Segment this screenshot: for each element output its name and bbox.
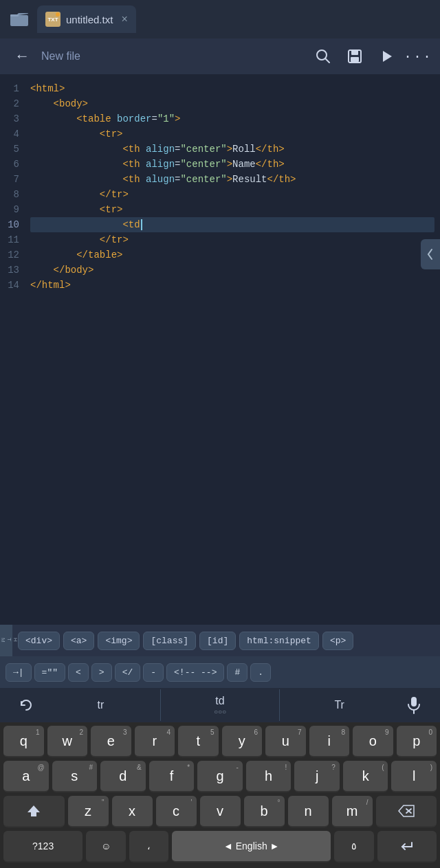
line-numbers: 1 2 3 4 5 6 7 8 9 10 11 12 13 14 — [0, 74, 25, 625]
chip-p[interactable]: <p> — [322, 632, 353, 650]
key-c[interactable]: 'c — [156, 796, 197, 827]
html-toggle-label: HTML — [0, 638, 19, 643]
key-n[interactable]: n — [288, 796, 329, 827]
keyboard-row-1: 1q 2w 3e 4r 5t 6y 7u 8i 9o 0p — [0, 722, 440, 757]
chip-img[interactable]: <img> — [98, 632, 140, 650]
svg-line-3 — [325, 58, 329, 63]
search-button[interactable] — [309, 43, 337, 70]
code-line-2: <body> — [30, 96, 434, 111]
key-s[interactable]: #s — [52, 761, 98, 792]
key-p[interactable]: 0p — [397, 726, 437, 757]
sym-eq-quote[interactable]: ="" — [34, 663, 65, 682]
sym-tab[interactable]: →| — [6, 663, 32, 682]
chip-html-snippet[interactable]: html:snippet — [239, 632, 319, 650]
sym-dash[interactable]: - — [143, 663, 164, 682]
keyboard-row-2: @a #s &d *f -g !h ?j (k )l — [0, 757, 440, 792]
toolbar-icons: ··· — [309, 43, 432, 70]
svg-marker-7 — [383, 51, 392, 62]
line-num-5: 5 — [14, 142, 19, 157]
scroll-handle[interactable] — [421, 239, 440, 269]
toolbar: ← New file ··· — [0, 38, 440, 74]
chip-class[interactable]: [class] — [143, 632, 196, 650]
key-z[interactable]: "z — [68, 796, 109, 827]
key-b[interactable]: °b — [244, 796, 285, 827]
key-h[interactable]: !h — [246, 761, 292, 792]
active-tab[interactable]: TXT untitled.txt × — [37, 5, 136, 33]
key-j[interactable]: ?j — [294, 761, 340, 792]
code-line-12: </table> — [30, 247, 434, 263]
microphone-button[interactable] — [399, 690, 429, 720]
sym-comment[interactable]: <!-- --> — [166, 663, 224, 682]
key-k[interactable]: (k — [343, 761, 388, 792]
key-period[interactable]: ٥ — [334, 831, 374, 863]
key-comma[interactable]: ، — [129, 831, 169, 863]
sym-lt[interactable]: < — [68, 663, 89, 682]
html-toggle[interactable]: HTML — [0, 625, 12, 656]
sym-gt[interactable]: > — [91, 663, 112, 682]
sym-hash[interactable]: # — [227, 663, 248, 682]
folder-button[interactable] — [6, 5, 33, 33]
autocomplete-td[interactable]: td ○○○ — [160, 689, 280, 721]
editor-area: 1 2 3 4 5 6 7 8 9 10 11 12 13 14 <html> … — [0, 74, 440, 625]
code-line-11: </tr> — [30, 232, 434, 247]
chip-div[interactable]: <div> — [18, 632, 60, 650]
keyboard-row-3: "z x 'c v °b n /m — [0, 792, 440, 827]
key-g[interactable]: -g — [197, 761, 243, 792]
key-r[interactable]: 4r — [135, 726, 175, 757]
key-t[interactable]: 5t — [178, 726, 219, 757]
snippet-bar: HTML <div> <a> <img> [class] [id] html:s… — [0, 625, 440, 656]
code-content[interactable]: <html> <body> <table border="1"> <tr> <t… — [25, 74, 440, 625]
chip-a[interactable]: <a> — [63, 632, 94, 650]
key-return[interactable] — [377, 831, 437, 863]
code-line-1: <html> — [30, 81, 434, 96]
svg-marker-10 — [28, 805, 40, 816]
svg-rect-1 — [10, 14, 19, 16]
key-y[interactable]: 6y — [222, 726, 263, 757]
tab-filename: untitled.txt — [66, 14, 113, 25]
line-num-7: 7 — [14, 172, 19, 187]
key-i[interactable]: 8i — [309, 726, 350, 757]
autocomplete-refresh[interactable] — [11, 690, 41, 720]
back-button[interactable]: ← — [8, 43, 36, 70]
snippet-chips: <div> <a> <img> [class] [id] html:snippe… — [18, 632, 353, 650]
key-u[interactable]: 7u — [265, 726, 306, 757]
autocomplete-tr-cap[interactable]: Tr — [280, 693, 399, 717]
new-file-label: New file — [41, 50, 304, 63]
key-o[interactable]: 9o — [353, 726, 393, 757]
svg-rect-8 — [411, 697, 417, 706]
svg-rect-5 — [351, 50, 358, 55]
line-num-12: 12 — [8, 247, 19, 263]
key-x[interactable]: x — [112, 796, 153, 827]
autocomplete-tr[interactable]: tr — [41, 693, 160, 717]
run-button[interactable] — [373, 43, 400, 70]
keyboard-row-bottom: ?123 ☺ ، ◄ English ► ٥ — [0, 827, 440, 868]
key-emoji[interactable]: ☺ — [86, 831, 126, 863]
key-w[interactable]: 2w — [47, 726, 88, 757]
save-button[interactable] — [341, 43, 368, 70]
key-numbers[interactable]: ?123 — [3, 831, 82, 863]
key-a[interactable]: @a — [3, 761, 49, 792]
code-line-14: </html> — [30, 278, 434, 293]
key-q[interactable]: 1q — [3, 726, 44, 757]
tab-file-icon: TXT — [45, 12, 60, 27]
key-m[interactable]: /m — [332, 796, 373, 827]
code-line-9: <tr> — [30, 202, 434, 217]
key-l[interactable]: )l — [391, 761, 437, 792]
key-space[interactable]: ◄ English ► — [172, 831, 330, 863]
key-e[interactable]: 3e — [91, 726, 131, 757]
chip-id[interactable]: [id] — [199, 632, 236, 650]
line-num-2: 2 — [14, 96, 19, 111]
key-f[interactable]: *f — [149, 761, 195, 792]
more-button[interactable]: ··· — [404, 43, 432, 70]
line-num-11: 11 — [8, 232, 19, 247]
tab-close-button[interactable]: × — [121, 13, 127, 25]
key-d[interactable]: &d — [100, 761, 146, 792]
key-shift[interactable] — [3, 796, 65, 827]
line-num-13: 13 — [8, 263, 19, 278]
sym-dot[interactable]: . — [250, 663, 271, 682]
sym-close-tag[interactable]: </ — [115, 663, 141, 682]
key-backspace[interactable] — [376, 796, 437, 827]
key-v[interactable]: v — [200, 796, 241, 827]
code-line-6: <th align="center">Name</th> — [30, 157, 434, 172]
line-num-6: 6 — [14, 157, 19, 172]
